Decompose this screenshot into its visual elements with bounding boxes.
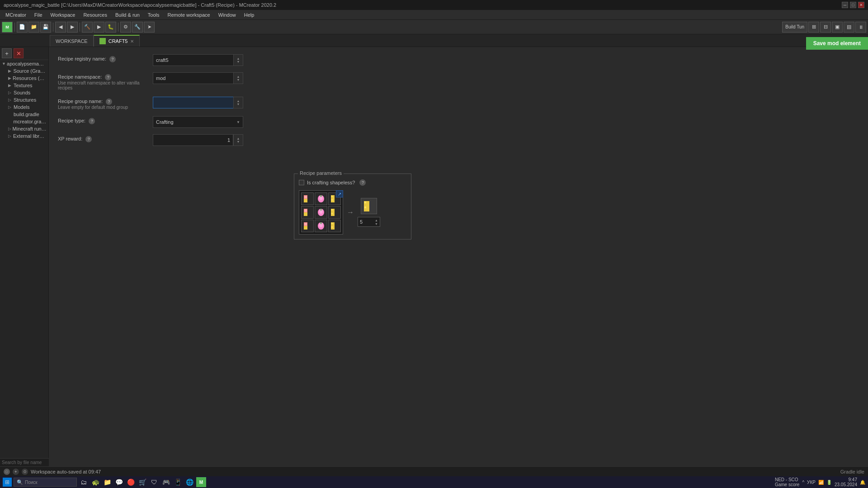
taskbar-app-discord[interactable]: 🎮: [161, 477, 171, 487]
toolbar-right-btn5[interactable]: ▤: [844, 22, 854, 33]
sidebar-item-mcreator-gradle[interactable]: mcreator.gradle: [6, 118, 48, 125]
taskbar-app-store[interactable]: 🛒: [137, 477, 147, 487]
recipe-params-box: Recipe parameters Is crafting shapeless?…: [294, 174, 411, 239]
sidebar-item-sounds[interactable]: ▷ Sounds: [6, 89, 48, 96]
recipe-params-title: Recipe parameters: [298, 170, 344, 176]
grid-cell-2-0[interactable]: [301, 220, 314, 232]
namespace-input-container: mod ▲ ▼: [153, 72, 243, 84]
taskbar-app-opera[interactable]: 🔴: [126, 477, 136, 487]
toolbar-arrow[interactable]: ➤: [144, 22, 155, 33]
grid-cell-1-0[interactable]: [301, 206, 314, 219]
registry-name-spinner[interactable]: ▲ ▼: [233, 54, 243, 66]
maximize-button[interactable]: □: [850, 2, 856, 8]
taskbar-wifi-icon: 📶: [818, 480, 824, 485]
namespace-input[interactable]: mod: [153, 72, 233, 84]
taskbar-app-mcreator[interactable]: M: [196, 477, 206, 487]
toolbar-run[interactable]: ▶: [94, 22, 104, 33]
sidebar-item-source[interactable]: ▶ Source (Gradle): [6, 67, 48, 75]
toolbar-right-btn6[interactable]: ⏸: [855, 22, 866, 33]
taskbar-lang[interactable]: УКР: [807, 480, 816, 485]
toolbar-right-btn4[interactable]: ▣: [832, 22, 843, 33]
grid-cell-1-1[interactable]: [315, 206, 327, 219]
taskbar: ⊞ 🔍 Поиск 🗂 🐢 📁 💬 🔴 🛒 🛡 🎮 📱 🌐 M NED - SC…: [0, 476, 868, 488]
tab-workspace[interactable]: WORKSPACE: [50, 35, 94, 47]
taskbar-app-turtle[interactable]: 🐢: [90, 477, 100, 487]
sidebar-item-root[interactable]: ▼ apocalypsemagicba: [0, 60, 48, 67]
sidebar-item-structures[interactable]: ▷ Structures: [6, 96, 48, 103]
recipe-type-select[interactable]: Crafting ▼: [153, 116, 243, 128]
menu-file[interactable]: File: [31, 11, 46, 19]
taskbar-app-chrome[interactable]: 🌐: [184, 477, 194, 487]
menu-help[interactable]: Help: [241, 11, 258, 19]
grid-cell-1-2[interactable]: [328, 206, 341, 219]
sidebar-item-external-libs[interactable]: ▷ External libraries: [6, 132, 48, 140]
taskbar-app-security[interactable]: 🛡: [149, 477, 159, 487]
toolbar-forward[interactable]: ▶: [67, 22, 78, 33]
toolbar-right-btn2[interactable]: ⊞: [808, 22, 819, 33]
menu-workspace[interactable]: Workspace: [47, 11, 79, 19]
toolbar-save[interactable]: 💾: [40, 22, 51, 33]
toolbar-right-btn3[interactable]: ⊟: [820, 22, 831, 33]
sidebar-item-resources[interactable]: ▶ Resources (Grad...: [6, 75, 48, 82]
grid-cell-2-2[interactable]: [328, 220, 341, 232]
registry-help-icon[interactable]: ?: [109, 56, 116, 62]
namespace-help-icon[interactable]: ?: [105, 74, 111, 80]
toolbar-new[interactable]: 📄: [17, 22, 28, 33]
xp-reward-spinner[interactable]: ▲ ▼: [233, 134, 243, 146]
sidebar-item-models[interactable]: ▷ Models: [6, 103, 48, 111]
taskbar-notify-icon[interactable]: 🔔: [860, 480, 865, 485]
menu-remote-workspace[interactable]: Remote workspace: [164, 11, 213, 19]
taskbar-app-viber[interactable]: 📱: [173, 477, 183, 487]
taskbar-app-files[interactable]: 📁: [102, 477, 112, 487]
xp-reward-help-icon[interactable]: ?: [85, 136, 92, 142]
count-spinner[interactable]: ▲ ▼: [375, 219, 378, 225]
start-button[interactable]: ⊞: [3, 478, 12, 487]
sidebar-search[interactable]: Search by file name: [0, 458, 49, 466]
tree-label-resources: Resources (Grad...: [13, 75, 47, 81]
menu-mcreator[interactable]: MCreator: [2, 11, 30, 19]
registry-name-input[interactable]: craft5: [153, 54, 233, 66]
menu-resources[interactable]: Resources: [80, 11, 111, 19]
shapeless-help-icon[interactable]: ?: [359, 179, 366, 186]
taskbar-chevron[interactable]: ^: [802, 480, 804, 485]
sidebar-item-textures[interactable]: ▶ Textures: [6, 82, 48, 89]
menu-window[interactable]: Window: [215, 11, 240, 19]
menu-tools[interactable]: Tools: [144, 11, 163, 19]
group-help-icon[interactable]: ?: [106, 99, 112, 105]
toolbar-wrench[interactable]: 🔧: [132, 22, 143, 33]
close-button[interactable]: ✕: [858, 2, 864, 8]
sidebar-remove-button[interactable]: ✕: [14, 48, 24, 58]
menu-build-run[interactable]: Build & run: [112, 11, 143, 19]
shapeless-checkbox[interactable]: [299, 180, 304, 185]
taskbar-user: NED - SCO Game score: [775, 477, 799, 487]
recipe-type-help-icon[interactable]: ?: [89, 118, 95, 124]
save-mod-element-button[interactable]: Save mod element: [806, 37, 868, 50]
taskbar-search[interactable]: 🔍 Поиск: [14, 478, 77, 487]
group-name-input[interactable]: [153, 97, 233, 108]
grid-item-icon-2-2: [330, 221, 339, 230]
grid-cell-0-1[interactable]: [315, 192, 327, 205]
tree-label-minecraft-run: Minecraft run folde...: [13, 126, 47, 131]
minimize-button[interactable]: ─: [842, 2, 848, 8]
grid-cell-2-1[interactable]: [315, 220, 327, 232]
sidebar-item-minecraft-run[interactable]: ▷ Minecraft run folde...: [6, 125, 48, 132]
toolbar-open[interactable]: 📁: [28, 22, 39, 33]
toolbar-back[interactable]: ◀: [55, 22, 66, 33]
grid-cell-0-0[interactable]: [301, 192, 314, 205]
result-cell[interactable]: [361, 198, 377, 214]
svg-rect-5: [321, 195, 321, 197]
xp-reward-input[interactable]: 1: [153, 134, 233, 146]
taskbar-app-explorer[interactable]: 🗂: [79, 477, 89, 487]
tab-craft5[interactable]: CRAFT5 ✕: [94, 35, 140, 47]
group-name-spinner[interactable]: ▲ ▼: [233, 97, 243, 108]
namespace-spinner[interactable]: ▲ ▼: [233, 72, 243, 84]
taskbar-app-teams[interactable]: 💬: [114, 477, 124, 487]
toolbar-debug[interactable]: 🐛: [105, 22, 116, 33]
clear-grid-button[interactable]: ↗: [336, 190, 343, 197]
sidebar-add-button[interactable]: +: [2, 48, 12, 58]
toolbar-settings[interactable]: ⚙: [120, 22, 131, 33]
tab-close-btn[interactable]: ✕: [130, 39, 134, 44]
toolbar-build[interactable]: 🔨: [82, 22, 93, 33]
sidebar-item-build-gradle[interactable]: build.gradle: [6, 111, 48, 118]
toolbar-right-btn1[interactable]: Build Tun: [782, 22, 807, 33]
